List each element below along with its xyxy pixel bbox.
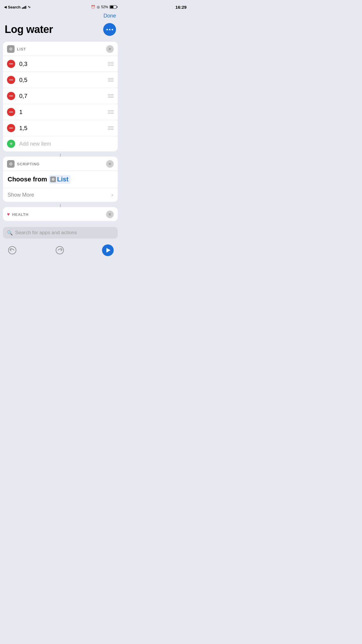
list-item: 0,5: [3, 72, 118, 88]
show-more-row[interactable]: Show More ›: [3, 188, 118, 202]
carrier-label: Search: [8, 5, 20, 9]
scripting-card-header: ⚙ SCRIPTING ✕: [3, 157, 118, 171]
connector-line: [0, 154, 121, 157]
search-icon: 🔍: [7, 230, 13, 236]
item-value: 1: [19, 109, 108, 116]
heart-icon: ♥: [7, 212, 10, 217]
back-arrow-icon: ◀: [4, 5, 6, 9]
item-value: 0,5: [19, 77, 108, 83]
add-placeholder-text: Add new item: [19, 141, 51, 147]
play-icon: [106, 248, 110, 253]
drag-handle-icon[interactable]: [108, 94, 114, 98]
svg-point-0: [8, 246, 16, 254]
list-item: 0,3: [3, 56, 118, 72]
remove-item-button[interactable]: [7, 124, 15, 132]
page-header: Log water: [0, 22, 121, 42]
scripting-badge[interactable]: ⚙ List: [49, 175, 71, 184]
done-button[interactable]: Done: [103, 13, 116, 19]
add-item-button[interactable]: +: [7, 140, 15, 148]
scripting-content: Choose from ⚙ List: [3, 171, 118, 188]
more-options-button[interactable]: [103, 23, 116, 36]
show-more-label: Show More: [8, 192, 34, 198]
scripting-badge-gear-icon: ⚙: [50, 176, 56, 182]
list-item: 1,5: [3, 120, 118, 136]
page-title: Log water: [5, 23, 53, 36]
drag-handle-icon[interactable]: [108, 110, 114, 114]
remove-item-button[interactable]: [7, 76, 15, 84]
health-close-button[interactable]: ✕: [106, 211, 114, 218]
remove-item-button[interactable]: [7, 92, 15, 100]
health-card-label: HEALTH: [12, 212, 29, 217]
bottom-search-container: 🔍 Search for apps and actions: [0, 223, 121, 242]
status-bar: ◀ Search ∿ 16:29 ⏰ ◎ 52%: [0, 0, 121, 13]
drag-handle-icon[interactable]: [108, 62, 114, 66]
chevron-right-icon: ›: [111, 192, 113, 198]
play-button[interactable]: [102, 244, 114, 256]
health-card-header: ♥ HEALTH ✕: [3, 207, 118, 221]
connector-line-2: [0, 204, 121, 207]
list-item: 1: [3, 104, 118, 120]
redo-icon: [55, 246, 64, 255]
list-card-label: LIST: [17, 47, 26, 51]
undo-icon: [8, 246, 17, 255]
list-close-button[interactable]: ✕: [106, 45, 114, 53]
alarm-icon: ⏰: [91, 5, 95, 9]
location-icon: ◎: [97, 5, 100, 9]
bottom-nav: [0, 242, 121, 262]
item-value: 0,7: [19, 93, 108, 99]
scripting-gear-icon: ⚙: [7, 160, 15, 168]
scripting-close-button[interactable]: ✕: [106, 160, 114, 168]
drag-handle-icon[interactable]: [108, 126, 114, 130]
undo-button[interactable]: [7, 245, 17, 256]
svg-point-1: [56, 246, 64, 254]
health-card: ♥ HEALTH ✕: [3, 207, 118, 221]
remove-item-button[interactable]: [7, 60, 15, 68]
status-left: ◀ Search ∿: [4, 5, 31, 9]
list-item: 0,7: [3, 88, 118, 104]
battery-icon: [110, 5, 117, 9]
scripting-card: ⚙ SCRIPTING ✕ Choose from ⚙ List Show Mo…: [3, 157, 118, 202]
status-right: ⏰ ◎ 52%: [91, 5, 117, 9]
wifi-icon: ∿: [28, 5, 31, 9]
search-bar[interactable]: 🔍 Search for apps and actions: [3, 227, 118, 239]
list-gear-icon: ⚙: [7, 45, 15, 53]
redo-button[interactable]: [55, 245, 65, 256]
signal-bars-icon: [22, 5, 26, 9]
scripting-text: Choose from ⚙ List: [8, 175, 113, 184]
battery-percent: 52%: [101, 5, 108, 9]
search-placeholder: Search for apps and actions: [15, 230, 77, 236]
more-dots-icon: [106, 29, 113, 30]
top-nav: Done: [0, 13, 121, 22]
list-card: ⚙ LIST ✕ 0,3 0,5 0,7 1: [3, 42, 118, 151]
remove-item-button[interactable]: [7, 108, 15, 116]
scripting-badge-label: List: [57, 176, 68, 183]
scripting-prefix: Choose from: [8, 176, 47, 183]
item-value: 1,5: [19, 125, 108, 132]
scripting-card-label: SCRIPTING: [17, 162, 40, 166]
add-item-row[interactable]: + Add new item: [3, 136, 118, 151]
list-card-header: ⚙ LIST ✕: [3, 42, 118, 56]
drag-handle-icon[interactable]: [108, 78, 114, 82]
item-value: 0,3: [19, 61, 108, 67]
